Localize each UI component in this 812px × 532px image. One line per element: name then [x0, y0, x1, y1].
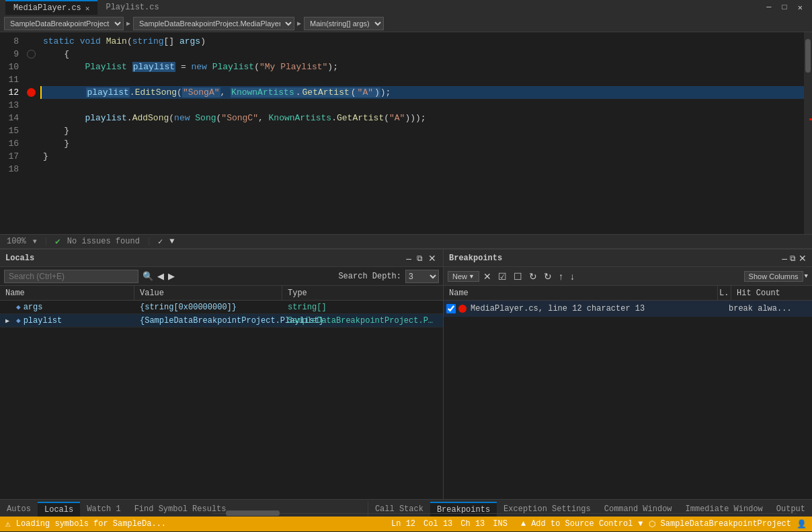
- locals-panel-header: Locals – ⧉ ✕: [0, 250, 443, 267]
- th-value: Value: [134, 286, 282, 300]
- col-label: Col 13: [423, 519, 452, 529]
- title-bar: MediaPlayer.cs ✕ Playlist.cs ─ □ ✕: [0, 0, 812, 15]
- tab-mediaplayer[interactable]: MediaPlayer.cs ✕: [5, 0, 97, 15]
- code-line-13: [40, 99, 804, 112]
- check-icon: ✔: [55, 236, 60, 247]
- method-select[interactable]: Main(string[] args): [304, 17, 384, 30]
- search-fwd-btn[interactable]: ▶: [168, 271, 175, 281]
- source-control-icon: ⬡: [649, 519, 655, 529]
- error-icon: ⚠: [5, 519, 11, 529]
- code-editor[interactable]: 8 9 10 11 12 13 14 15 16 17 18 0 referen…: [0, 32, 812, 234]
- bp-dot: [458, 305, 466, 313]
- tab-watch1[interactable]: Watch 1: [80, 502, 127, 517]
- bp-panel-close-btn[interactable]: ✕: [799, 253, 807, 264]
- breakpoints-panel: Breakpoints – ⧉ ✕ New ▼ ✕ ☑ ☐ ↻ ↻ ↑ ↓ Sh…: [444, 250, 812, 499]
- code-line-18: [40, 163, 804, 176]
- tab-mediaplayer-label: MediaPlayer.cs: [13, 3, 81, 13]
- locals-table-body: ◆ args {string[0x00000000]} string[] ▶ ◆…: [0, 301, 443, 499]
- project-select[interactable]: SampleDataBreakpointProject: [4, 17, 124, 30]
- locals-collapse-btn[interactable]: –: [405, 253, 413, 264]
- window-maximize[interactable]: □: [778, 3, 791, 12]
- th-name: Name: [0, 286, 134, 300]
- ins-label: INS: [493, 519, 508, 529]
- zoom-dropdown[interactable]: ▼: [33, 238, 37, 245]
- bp-disable-all-btn[interactable]: ☐: [511, 270, 525, 283]
- editor-scrollbar[interactable]: [804, 32, 812, 234]
- status-left: ⚠ Loading symbols for SampleDa...: [5, 519, 166, 529]
- code-line-12: playlist.EditSong("SongA", KnownArtists.…: [40, 86, 804, 99]
- locals-float-btn[interactable]: ⧉: [415, 254, 424, 263]
- expand-arrow-playlist[interactable]: ▶: [5, 317, 13, 325]
- code-line-8: static void Main(string[] args): [40, 35, 804, 48]
- search-icon-btn[interactable]: 🔍: [143, 271, 153, 281]
- bp-enable-all-btn[interactable]: ☑: [495, 270, 510, 283]
- search-depth-select[interactable]: 3: [405, 270, 439, 283]
- breakpoints-panel-controls: – ⧉ ✕: [782, 253, 807, 264]
- zoom-level[interactable]: 100%: [7, 237, 26, 246]
- locals-close-btn[interactable]: ✕: [427, 253, 438, 264]
- bp-row[interactable]: MediaPlayer.cs, line 12 character 13 bre…: [444, 301, 812, 317]
- window-close[interactable]: ✕: [794, 3, 807, 13]
- editor-status-bar: 100% ▼ | ✔ No issues found | ✓ ▼: [0, 234, 812, 249]
- project-label: SampleDataBreakpointProject: [661, 519, 791, 529]
- table-row[interactable]: ◆ args {string[0x00000000]} string[]: [0, 301, 443, 314]
- bp-export-btn[interactable]: ↑: [556, 270, 566, 283]
- bp-show-columns-btn[interactable]: Show Columns: [744, 271, 803, 282]
- td-name: ▶ ◆ playlist: [0, 316, 134, 326]
- down-arrow-icon: ▼: [638, 519, 643, 529]
- bp-table-body: MediaPlayer.cs, line 12 character 13 bre…: [444, 301, 812, 499]
- ch-label: Ch 13: [460, 519, 485, 529]
- bp-nav-btn[interactable]: ↻: [541, 270, 555, 283]
- var-name-args: args: [24, 303, 43, 312]
- breakpoints-title: Breakpoints: [449, 254, 502, 263]
- loading-label: Loading symbols for SampleDa...: [16, 519, 166, 529]
- new-label: New: [452, 272, 467, 280]
- new-dropdown-arrow[interactable]: ▼: [469, 273, 475, 280]
- breakpoints-panel-header: Breakpoints – ⧉ ✕: [444, 250, 812, 267]
- bp-refresh-btn[interactable]: ↻: [526, 270, 540, 283]
- tab-autos[interactable]: Autos: [0, 502, 38, 517]
- bp-panel-float-btn[interactable]: ⧉: [790, 253, 796, 264]
- var-name-playlist: playlist: [24, 316, 63, 326]
- td-name: ◆ args: [0, 303, 134, 312]
- bp-delete-btn[interactable]: ✕: [481, 270, 494, 283]
- bp-toolbar: New ▼ ✕ ☑ ☐ ↻ ↻ ↑ ↓ Show Columns ▼: [444, 267, 812, 286]
- breakpoint-marker: [27, 88, 36, 97]
- locals-table-header: Name Value Type: [0, 286, 443, 301]
- tab-locals[interactable]: Locals: [38, 502, 80, 517]
- code-lines[interactable]: 0 references static void Main(string[] a…: [40, 32, 804, 234]
- bp-import-btn[interactable]: ↓: [567, 270, 577, 283]
- file-select[interactable]: SampleDataBreakpointProject.MediaPlayer: [133, 17, 294, 30]
- bp-th-name: Name: [444, 286, 718, 300]
- bottom-panels: Locals – ⧉ ✕ 🔍 ◀ ▶ Search Depth: 3 Name …: [0, 249, 812, 499]
- tab-mediaplayer-close[interactable]: ✕: [85, 4, 90, 13]
- tab-playlist[interactable]: Playlist.cs: [97, 1, 167, 14]
- locals-panel: Locals – ⧉ ✕ 🔍 ◀ ▶ Search Depth: 3 Name …: [0, 250, 444, 499]
- toolbar-arrow-right2: ▶: [297, 20, 301, 28]
- window-minimize[interactable]: ─: [762, 3, 775, 12]
- bp-new-btn[interactable]: New ▼: [448, 271, 479, 282]
- show-columns-dropdown[interactable]: ▼: [805, 273, 808, 280]
- code-line-10: Playlist playlist = new Playlist("My Pla…: [40, 61, 804, 73]
- td-value: {string[0x00000000]}: [134, 303, 282, 312]
- bp-name-text: MediaPlayer.cs, line 12 character 13: [471, 304, 715, 313]
- line-numbers: 8 9 10 11 12 13 14 15 16 17 18: [0, 32, 24, 234]
- code-line-16: }: [40, 137, 804, 150]
- bp-panel-collapse-btn[interactable]: –: [782, 253, 787, 264]
- bp-table-header: Name L. Hit Count: [444, 286, 812, 301]
- bp-checkbox[interactable]: [446, 304, 456, 313]
- bp-hitcount-val: break alwa...: [729, 304, 809, 313]
- tab-playlist-label: Playlist.cs: [106, 3, 159, 12]
- bp-th-l: L.: [718, 286, 731, 300]
- td-value: {SampleDataBreakpointProject.Playlist}: [134, 316, 282, 326]
- locals-search-input[interactable]: [4, 270, 138, 283]
- checkmark-icon: ✓: [158, 237, 163, 247]
- code-line-11: [40, 73, 804, 86]
- table-row[interactable]: ▶ ◆ playlist {SampleDataBreakpointProjec…: [0, 314, 443, 328]
- add-to-source-control-label[interactable]: Add to Source Control: [531, 519, 633, 529]
- search-back-btn[interactable]: ◀: [157, 271, 164, 281]
- dropdown-icon[interactable]: ▼: [169, 237, 174, 246]
- bp-th-hitcount: Hit Count: [731, 286, 812, 300]
- status-bar: ⚠ Loading symbols for SampleDa... Ln 12 …: [0, 517, 812, 531]
- code-line-15: }: [40, 124, 804, 137]
